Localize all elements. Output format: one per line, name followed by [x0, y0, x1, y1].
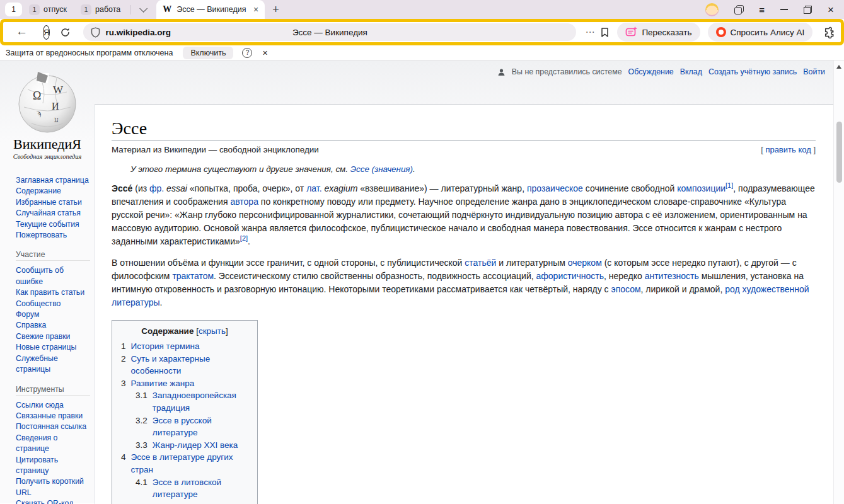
close-notification-icon[interactable]: × — [262, 48, 267, 58]
edit-code-link[interactable]: править код — [765, 145, 811, 154]
menu-icon[interactable]: ≡ — [759, 4, 765, 15]
sidebar-link[interactable]: Справка — [16, 320, 90, 331]
article-content: Эссе Материал из Википедии — свободной э… — [95, 104, 833, 504]
scrollbar-thumb[interactable] — [836, 122, 842, 183]
sidebar-link[interactable]: Новые страницы — [16, 342, 90, 353]
sidebar-link[interactable]: Содержание — [16, 186, 90, 197]
toc-link[interactable]: Эссе в русской литературе — [153, 415, 257, 439]
paragraph-2: В отношении объёма и функции эссе гранич… — [112, 256, 816, 309]
sidebar-link[interactable]: Сведения о странице — [16, 433, 90, 455]
wikipedia-page: W Ω И ϡ ע ВикипедиЯ Свободная энциклопед… — [0, 60, 844, 503]
bracket: ] — [813, 145, 816, 154]
toc-number: 4.1 — [136, 476, 147, 501]
window-controls: ≡ × — [705, 3, 834, 16]
user-icon — [497, 68, 506, 76]
tab-groups: 1 отпуск 1 работа — [22, 4, 127, 15]
toc-link[interactable]: Суть и характерные особенности — [131, 353, 257, 377]
summarize-label: Пересказать — [642, 28, 691, 37]
sidebar-link[interactable]: Постоянная ссылка — [16, 421, 90, 432]
shield-icon — [91, 27, 100, 38]
scroll-up-icon[interactable] — [836, 65, 841, 69]
active-browser-tab[interactable]: W Эссе — Википедия × — [156, 0, 265, 19]
toc-link[interactable]: Развитие жанра — [131, 377, 195, 390]
toc-number: 4 — [121, 451, 126, 476]
toc-link[interactable]: См. также — [131, 501, 171, 504]
url-bar[interactable]: ru.wikipedia.org Эссе — Википедия — [83, 23, 576, 41]
personal-link[interactable]: Войти — [803, 67, 825, 76]
ask-alice-button[interactable]: Спросить Алису AI — [708, 23, 813, 42]
personal-link[interactable]: Обсуждение — [628, 67, 674, 76]
svg-text:ϡ: ϡ — [37, 108, 41, 118]
personal-bar: Вы не представились системе ОбсуждениеВк… — [497, 67, 825, 76]
sidebar-link[interactable]: Пожертвовать — [16, 230, 90, 241]
sidebar-link[interactable]: Форум — [16, 309, 90, 320]
sidebar-link[interactable]: Сообщить об ошибке — [16, 265, 90, 287]
sidebar-link[interactable]: Цитировать страницу — [16, 455, 90, 477]
page-scrollbar[interactable] — [833, 60, 844, 504]
enable-protection-button[interactable]: Включить — [183, 47, 233, 59]
wiki-sidebar: W Ω И ϡ ע ВикипедиЯ Свободная энциклопед… — [0, 60, 95, 503]
more-actions-icon[interactable]: ⋯ — [585, 26, 595, 38]
wikipedia-wordmark[interactable]: ВикипедиЯ — [0, 136, 95, 152]
login-status-text: Вы не представились системе — [512, 67, 622, 76]
summarize-button[interactable]: Пересказать — [617, 23, 700, 42]
tab-group[interactable]: 1 работа — [74, 4, 127, 15]
sidebar-link[interactable]: Служебные страницы — [16, 353, 90, 375]
url-text: ru.wikipedia.org — [105, 28, 171, 37]
toc-link[interactable]: История термина — [131, 340, 200, 353]
restore-window-button[interactable] — [804, 6, 812, 14]
svg-text:ע: ע — [54, 115, 59, 124]
sidebar-link[interactable]: Получить короткий URL — [16, 476, 90, 498]
sidebar-link[interactable]: Скачать QR-код — [16, 498, 90, 504]
sidebar-link[interactable]: Как править статьи — [16, 287, 90, 298]
toc-link[interactable]: Эссе в литовской литературе — [153, 476, 257, 501]
pinned-tab-group[interactable]: 1 — [5, 3, 22, 16]
sidebar-link[interactable]: Свежие правки — [16, 331, 90, 342]
sidebar-link[interactable]: Заглавная страница — [16, 175, 90, 186]
refresh-icon[interactable] — [60, 27, 71, 38]
wikipedia-globe-logo[interactable]: W Ω И ϡ ע — [15, 71, 79, 134]
new-tab-button[interactable]: + — [272, 3, 279, 16]
profile-avatar[interactable] — [705, 3, 719, 16]
security-notification-bar: Защита от вредоносных программ отключена… — [0, 45, 844, 60]
toc-link[interactable]: Западноевропейская традиция — [153, 389, 257, 414]
personal-link[interactable]: Вклад — [680, 67, 702, 76]
toc-item: 1 История термина — [112, 340, 257, 353]
minimize-button[interactable] — [780, 9, 788, 10]
tab-group-label: работа — [95, 5, 120, 14]
tab-group-count: 1 — [81, 4, 91, 15]
toc-link[interactable]: Эссе в литературе других стран — [131, 451, 257, 476]
back-button[interactable]: ← — [16, 25, 28, 38]
tab-group[interactable]: 1 отпуск — [22, 4, 74, 15]
tab-group-label: отпуск — [43, 5, 67, 14]
sidebar-link[interactable]: Сообщество — [16, 299, 90, 309]
sidebar-link[interactable]: Ссылки сюда — [16, 400, 90, 411]
svg-text:И: И — [52, 101, 59, 112]
toc-item: 5 См. также — [112, 501, 257, 504]
toc-number: 5 — [121, 501, 126, 504]
personal-links: ОбсуждениеВкладСоздать учётную записьВой… — [628, 67, 825, 76]
toc-link[interactable]: Жанр-лидер XXI века — [153, 439, 238, 452]
sidebar-header-participation: Участие — [16, 250, 90, 261]
help-icon[interactable]: ? — [242, 48, 252, 58]
toc-item: 3.2 Эссе в русской литературе — [112, 415, 257, 439]
wikipedia-tagline: Свободная энциклопедия — [0, 153, 95, 160]
sidebar-link[interactable]: Связанные правки — [16, 411, 90, 421]
extensions-puzzle-icon[interactable] — [823, 26, 835, 38]
sidebar-link[interactable]: Случайная статья — [16, 208, 90, 219]
sidebar-link[interactable]: Избранные статьи — [16, 197, 90, 208]
side-panels-icon[interactable] — [734, 5, 743, 14]
svg-text:Ω: Ω — [33, 89, 41, 102]
sidebar-nav-main: Заглавная страницаСодержаниеИзбранные ст… — [16, 175, 95, 241]
paragraph-1: Эссе́ (из фр. essai «попытка, проба, оче… — [112, 182, 816, 248]
sidebar-link[interactable]: Текущие события — [16, 219, 90, 230]
close-tab-icon[interactable]: × — [253, 4, 258, 14]
personal-link[interactable]: Создать учётную запись — [708, 67, 797, 76]
alice-icon — [716, 27, 726, 37]
bracket: ] — [226, 326, 228, 336]
toc-hide-link[interactable]: скрыть — [199, 326, 226, 336]
bookmark-icon[interactable] — [600, 27, 610, 38]
chevron-down-icon[interactable] — [140, 4, 148, 13]
yandex-home-icon[interactable]: Я — [43, 25, 50, 40]
close-window-button[interactable]: × — [828, 4, 834, 15]
